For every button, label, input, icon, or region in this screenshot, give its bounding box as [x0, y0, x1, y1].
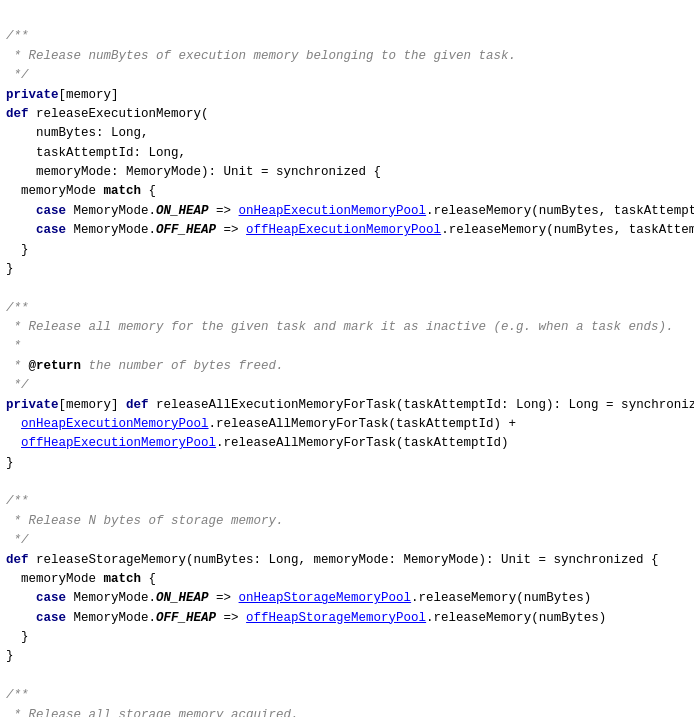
keyword-private-2: private [6, 398, 59, 412]
link-offheap-storage-1: offHeapStorageMemoryPool [246, 611, 426, 625]
keyword-match-1: match [104, 184, 142, 198]
keyword-def-1: def [6, 107, 29, 121]
comment-block-3: /** * Release N bytes of storage memory.… [6, 494, 284, 547]
link-onheap-storage-1: onHeapStorageMemoryPool [239, 591, 412, 605]
keyword-match-2: match [104, 572, 142, 586]
keyword-def-2: def [126, 398, 149, 412]
keyword-private: private [6, 88, 59, 102]
link-onheap-2: onHeapExecutionMemoryPool [21, 417, 209, 431]
comment-line-3: */ [6, 68, 29, 82]
comment-line-1: /** [6, 29, 29, 43]
link-offheap-2: offHeapExecutionMemoryPool [21, 436, 216, 450]
code-viewer: /** * Release numBytes of execution memo… [0, 0, 694, 717]
comment-block-4: /** * Release all storage memory acquire… [6, 688, 299, 717]
return-tag: @return [29, 359, 82, 373]
keyword-case-2: case [36, 223, 66, 237]
comment-line-2: * Release numBytes of execution memory b… [6, 49, 516, 63]
link-onheap-1: onHeapExecutionMemoryPool [239, 204, 427, 218]
keyword-case-3: case [36, 591, 66, 605]
link-offheap-1: offHeapExecutionMemoryPool [246, 223, 441, 237]
keyword-case-4: case [36, 611, 66, 625]
keyword-case-1: case [36, 204, 66, 218]
keyword-def-3: def [6, 553, 29, 567]
